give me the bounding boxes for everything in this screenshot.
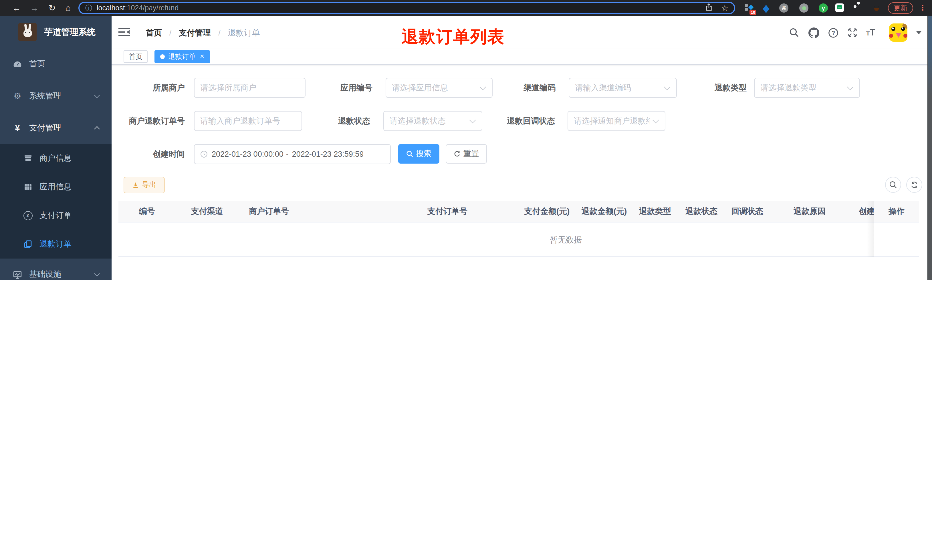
notify-status-select[interactable]: 请选择通知商户退款结果的回调状态 xyxy=(568,111,665,131)
breadcrumb-separator: / xyxy=(218,28,221,37)
app-title: 芋道管理系统 xyxy=(44,26,95,37)
extension-emoji-icon[interactable] xyxy=(872,3,881,12)
refund-type-select[interactable]: 请选择退款类型 xyxy=(754,78,860,98)
avatar[interactable] xyxy=(889,23,907,42)
app-select[interactable]: 请选择应用信息 xyxy=(386,78,493,98)
browser-update-button[interactable]: 更新 xyxy=(888,2,913,14)
col-pay-order-no: 支付订单号 xyxy=(428,201,468,222)
browser-back-icon[interactable]: ← xyxy=(10,0,23,16)
sidebar-item-label: 退款订单 xyxy=(40,239,72,249)
channel-select[interactable]: 请输入渠道编码 xyxy=(569,78,677,98)
sidebar-item-app-info[interactable]: 应用信息 xyxy=(0,173,112,202)
sidebar-item-system[interactable]: ⚙ 系统管理 xyxy=(0,80,112,112)
sidebar-item-label: 系统管理 xyxy=(29,91,61,101)
page-title-annotation: 退款订单列表 xyxy=(401,26,504,49)
browser-menu-icon[interactable]: ⋮ xyxy=(919,2,926,14)
filter-label-notify-status: 退款回调状态 xyxy=(481,111,555,131)
filter-label-refund-type: 退款类型 xyxy=(672,78,747,98)
grid-icon xyxy=(23,182,32,192)
refund-table: 编号 支付渠道 商户订单号 支付订单号 支付金额(元) 退款金额(元) 退款类型… xyxy=(118,201,919,273)
extension-kite-icon[interactable]: ◆ xyxy=(761,2,771,14)
extension-puzzle-icon[interactable] xyxy=(854,3,863,12)
address-bar[interactable]: ⓘ localhost:1024/pay/refund ☆ xyxy=(78,2,735,14)
bookmark-star-icon[interactable]: ☆ xyxy=(721,4,728,12)
breadcrumb-payment[interactable]: 支付管理 xyxy=(179,28,211,37)
sidebar-item-merchant-info[interactable]: 商户信息 xyxy=(0,144,112,173)
sidebar-item-infra[interactable]: 基础设施 xyxy=(0,258,112,280)
clock-icon xyxy=(200,151,208,158)
col-pay-amount: 支付金额(元) xyxy=(524,201,570,222)
extension-chat-icon[interactable] xyxy=(835,3,844,12)
sidebar-item-home[interactable]: 首页 xyxy=(0,48,112,80)
header-search-icon[interactable] xyxy=(788,26,800,39)
create-time-range-picker[interactable]: 2022-01-23 00:00:00 - 2022-01-23 23:59:5… xyxy=(194,144,391,164)
share-icon[interactable] xyxy=(705,3,713,14)
sidebar-item-pay-order[interactable]: ¥ 支付订单 xyxy=(0,202,112,230)
sidebar-item-payment[interactable]: ¥ 支付管理 xyxy=(0,112,112,144)
filter-label-app: 应用编号 xyxy=(298,78,372,98)
tag-active-dot xyxy=(160,54,165,59)
empty-text: 暂无数据 xyxy=(550,223,582,257)
merchant-refund-no-input[interactable]: 请输入商户退款订单号 xyxy=(194,111,302,131)
shop-icon xyxy=(23,154,32,163)
merchant-select[interactable]: 请选择所属商户 xyxy=(194,78,306,98)
filter-label-refund-status: 退款状态 xyxy=(296,111,370,131)
breadcrumb-home[interactable]: 首页 xyxy=(146,28,162,37)
browser-toolbar: ← → ↻ ⌂ ⓘ localhost:1024/pay/refund ☆ ◆ … xyxy=(0,0,932,16)
gear-icon: ⚙ xyxy=(12,91,22,101)
site-info-icon[interactable]: ⓘ xyxy=(85,3,92,13)
breadcrumb-separator: / xyxy=(169,28,172,37)
app-logo[interactable]: 芋道管理系统 xyxy=(0,16,112,48)
col-refund-type: 退款类型 xyxy=(639,201,671,222)
github-icon[interactable] xyxy=(807,26,820,39)
help-icon[interactable]: ? xyxy=(827,26,839,39)
extension-grid-icon[interactable]: ◆ 10 xyxy=(745,3,754,12)
table-refresh-icon[interactable] xyxy=(906,177,922,193)
extension-y-icon[interactable]: y xyxy=(819,3,828,12)
table-search-icon[interactable] xyxy=(885,177,901,193)
sidebar-submenu: 商户信息 应用信息 ¥ 支付订单 退款订单 xyxy=(0,144,112,258)
font-size-icon[interactable]: TT xyxy=(864,26,877,39)
fixed-column-divider xyxy=(874,201,874,257)
tag-refund-order[interactable]: 退款订单 ✕ xyxy=(154,50,210,63)
col-actions: 操作 xyxy=(889,201,904,222)
sidebar: 芋道管理系统 首页 ⚙ 系统管理 ¥ 支付管理 商户信息 xyxy=(0,16,112,280)
browser-forward-icon[interactable]: → xyxy=(28,0,41,16)
filter-label-create-time: 创建时间 xyxy=(111,144,185,164)
chevron-down-icon xyxy=(94,92,100,98)
col-refund-status: 退款状态 xyxy=(685,201,717,222)
url-text[interactable]: localhost:1024/pay/refund xyxy=(97,4,178,12)
svg-text:?: ? xyxy=(831,29,835,36)
refund-status-select[interactable]: 请选择退款状态 xyxy=(383,111,482,131)
reset-button[interactable]: 重置 xyxy=(446,144,487,164)
extension-dot-icon[interactable] xyxy=(799,3,808,12)
col-pay-channel: 支付渠道 xyxy=(191,201,223,222)
sidebar-toggle-icon[interactable] xyxy=(118,27,130,37)
filter-label-merchant: 所属商户 xyxy=(111,78,185,98)
document-copy-icon xyxy=(23,239,32,249)
chevron-down-icon xyxy=(652,117,659,123)
tags-bar: 首页 退款订单 ✕ xyxy=(112,49,932,65)
avatar-caret-icon[interactable] xyxy=(916,31,922,37)
sidebar-item-refund-order[interactable]: 退款订单 xyxy=(0,230,112,258)
extension-command-icon[interactable]: ⌘ xyxy=(779,3,788,12)
browser-reload-icon[interactable]: ↻ xyxy=(46,0,58,16)
yen-icon: ¥ xyxy=(12,123,22,133)
fullscreen-icon[interactable] xyxy=(846,26,859,39)
table-empty-row: 暂无数据 xyxy=(118,223,919,257)
monitor-chart-icon xyxy=(12,270,22,279)
window-edge-scrollbar[interactable] xyxy=(927,16,932,280)
col-refund-amount: 退款金额(元) xyxy=(581,201,627,222)
sidebar-item-label: 应用信息 xyxy=(40,182,72,192)
tag-close-icon[interactable]: ✕ xyxy=(200,51,205,62)
search-button[interactable]: 搜索 xyxy=(398,144,439,164)
date-end-value: 2022-01-23 23:59:59 xyxy=(292,150,363,158)
browser-home-icon[interactable]: ⌂ xyxy=(62,0,74,16)
dashboard-icon xyxy=(12,59,22,69)
filter-label-merchant-refund-no: 商户退款订单号 xyxy=(111,111,185,131)
export-button[interactable]: 导出 xyxy=(124,177,165,193)
tag-home[interactable]: 首页 xyxy=(124,50,148,63)
main-area: 首页 / 支付管理 / 退款订单 ? TT xyxy=(112,16,932,280)
filter-label-channel: 渠道编码 xyxy=(481,78,555,98)
logo-image xyxy=(18,23,37,41)
